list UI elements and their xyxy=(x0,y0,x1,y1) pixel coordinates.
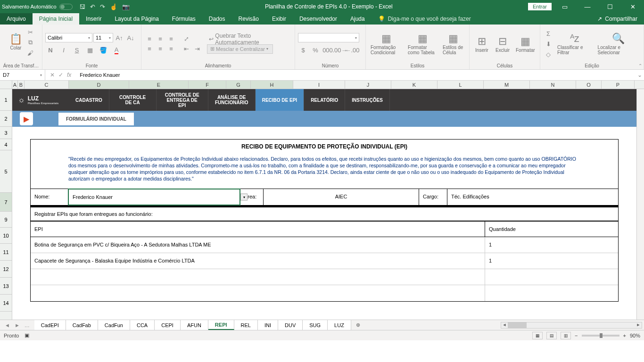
font-color-icon[interactable]: A xyxy=(111,45,122,55)
tab-formulas[interactable]: Fórmulas xyxy=(165,13,202,25)
nav-recibo[interactable]: RECIBO DE EPI xyxy=(256,89,304,111)
enter-formula-icon[interactable]: ✓ xyxy=(58,72,63,78)
indent-increase-icon[interactable]: ⇥ xyxy=(192,44,202,54)
font-name-select[interactable]: Calibri▾ xyxy=(45,33,92,42)
row-3[interactable]: 3 xyxy=(0,127,12,139)
align-center-icon[interactable]: ≡ xyxy=(155,44,165,54)
row-13[interactable]: 13 xyxy=(0,278,12,295)
cancel-formula-icon[interactable]: ✕ xyxy=(50,72,55,78)
col-C[interactable]: C xyxy=(25,81,69,89)
font-size-select[interactable]: 11▾ xyxy=(93,33,113,42)
autosum-icon[interactable]: Σ xyxy=(543,29,553,38)
macro-record-icon[interactable]: ▣ xyxy=(25,332,29,338)
nav-relatorio[interactable]: RELATÓRIO xyxy=(304,89,345,111)
sheet-afun[interactable]: AFUN xyxy=(181,320,208,330)
ribbon-options-icon[interactable]: ▭ xyxy=(555,3,574,10)
epi-item-1[interactable]: Botina de Segurança em PVC c/ Biqueira A… xyxy=(31,237,485,253)
view-pagebreak-icon[interactable]: ▥ xyxy=(561,332,571,339)
decrease-decimal-icon[interactable]: ←.00 xyxy=(347,45,357,55)
nome-dropdown-icon[interactable]: ▾ xyxy=(240,194,248,201)
share-button[interactable]: ↗Compartilhar xyxy=(591,13,644,25)
decrease-font-icon[interactable]: A↓ xyxy=(125,33,136,42)
nome-cell[interactable]: Frederico Knauer ▾ xyxy=(68,189,240,206)
zoom-slider[interactable] xyxy=(582,335,619,337)
sheet-sug[interactable]: SUG xyxy=(303,320,328,330)
border-icon[interactable]: ▦ xyxy=(85,45,95,55)
file-menu[interactable]: Arquivo xyxy=(0,13,33,25)
row-10[interactable]: 10 xyxy=(0,228,12,244)
undo-icon[interactable]: ↶ xyxy=(90,3,95,10)
sheet-cadfun[interactable]: CadFun xyxy=(98,320,130,330)
thousands-icon[interactable]: 000 xyxy=(322,45,333,55)
scroll-right-icon[interactable]: ► xyxy=(635,322,642,328)
tell-me-search[interactable]: 💡Diga-me o que você deseja fazer xyxy=(373,13,476,25)
find-select-button[interactable]: 🔍Localizar e Selecionar xyxy=(596,32,641,56)
camera-icon[interactable]: 📷 xyxy=(122,3,130,10)
collapse-ribbon-icon[interactable]: ⌃ xyxy=(638,63,642,68)
format-as-table-button[interactable]: ▦Formatar como Tabela xyxy=(406,32,439,56)
row-2[interactable]: 2 xyxy=(0,111,12,127)
qtd-item-4[interactable] xyxy=(485,285,618,301)
tab-layout[interactable]: Layout da Página xyxy=(108,13,165,25)
qtd-item-1[interactable]: 1 xyxy=(485,237,618,253)
col-J[interactable]: J xyxy=(345,81,391,89)
minimize-icon[interactable]: — xyxy=(578,3,597,10)
fx-icon[interactable]: fx xyxy=(67,72,71,78)
tab-developer[interactable]: Desenvolvedor xyxy=(293,13,344,25)
col-E[interactable]: E xyxy=(129,81,189,89)
paste-button[interactable]: 📋Colar xyxy=(7,25,25,58)
row-14[interactable]: 14 xyxy=(0,295,12,312)
nav-controle-entrega[interactable]: CONTROLE DE ENTREGA DE EPI xyxy=(157,89,208,111)
row-12[interactable]: 12 xyxy=(0,261,12,278)
col-A[interactable]: A xyxy=(12,81,18,89)
row-5[interactable]: 5 xyxy=(0,150,12,193)
tab-review[interactable]: Revisão xyxy=(232,13,265,25)
align-middle-icon[interactable]: ≡ xyxy=(155,34,165,44)
percent-icon[interactable]: % xyxy=(310,45,321,55)
row-4[interactable]: 4 xyxy=(0,139,12,150)
cell-styles-button[interactable]: ▦Estilos de Célula xyxy=(441,32,466,56)
save-icon[interactable]: 🖫 xyxy=(79,3,85,10)
sheet-luz[interactable]: LUZ xyxy=(328,320,351,330)
col-L[interactable]: L xyxy=(438,81,484,89)
nav-analise[interactable]: ANÁLISE DE FUNCIONÁRIO xyxy=(208,89,256,111)
underline-icon[interactable]: S xyxy=(72,45,82,55)
close-icon[interactable]: ✕ xyxy=(623,3,642,10)
copy-icon[interactable]: ⧉ xyxy=(25,38,36,47)
tab-nav-last-icon[interactable]: ► xyxy=(13,322,22,328)
sheet-repi[interactable]: REPI xyxy=(208,320,234,330)
align-right-icon[interactable]: ≡ xyxy=(166,44,176,54)
sheet-cadepi[interactable]: CadEPI xyxy=(34,320,66,330)
nav-controle-ca[interactable]: CONTROLE DE CA xyxy=(109,89,157,111)
qtd-item-3[interactable] xyxy=(485,269,618,285)
epi-item-3[interactable] xyxy=(31,269,485,285)
formula-input[interactable]: Frederico Knauer xyxy=(76,72,636,78)
horizontal-scrollbar[interactable]: ◄ ► xyxy=(501,322,642,329)
vertical-scrollbar[interactable] xyxy=(636,89,644,320)
sheet-cepi[interactable]: CEPI xyxy=(155,320,181,330)
col-I[interactable]: I xyxy=(293,81,345,89)
fill-icon[interactable]: ⬇ xyxy=(543,39,553,49)
conditional-formatting-button[interactable]: ▦Formatação Condicional xyxy=(369,32,404,56)
col-H[interactable]: H xyxy=(251,81,293,89)
scroll-left-icon[interactable]: ◄ xyxy=(501,322,508,328)
align-left-icon[interactable]: ≡ xyxy=(144,44,155,54)
tab-data[interactable]: Dados xyxy=(202,13,232,25)
col-K[interactable]: K xyxy=(391,81,438,89)
add-sheet-button[interactable]: ⊕ xyxy=(351,320,365,330)
row-7[interactable]: 7 xyxy=(0,193,12,212)
col-D[interactable]: D xyxy=(69,81,129,89)
bold-icon[interactable]: N xyxy=(45,45,56,55)
indent-decrease-icon[interactable]: ⇤ xyxy=(181,44,191,54)
wrap-text-button[interactable]: ↩ Quebrar Texto Automaticamente xyxy=(207,34,292,44)
tab-insert[interactable]: Inserir xyxy=(79,13,108,25)
autosave-toggle[interactable] xyxy=(59,4,73,10)
merge-center-button[interactable]: ⊞ Mesclar e Centralizar ▾ xyxy=(207,44,273,54)
italic-icon[interactable]: I xyxy=(58,45,69,55)
view-normal-icon[interactable]: ▦ xyxy=(532,332,543,339)
zoom-level[interactable]: 90% xyxy=(630,333,640,338)
clear-icon[interactable]: ◇ xyxy=(543,49,553,59)
tab-nav-first-icon[interactable]: ◄ xyxy=(3,322,12,328)
delete-cells-button[interactable]: ⊟Excluir xyxy=(493,34,512,54)
tab-nav-more-icon[interactable]: … xyxy=(23,322,32,328)
